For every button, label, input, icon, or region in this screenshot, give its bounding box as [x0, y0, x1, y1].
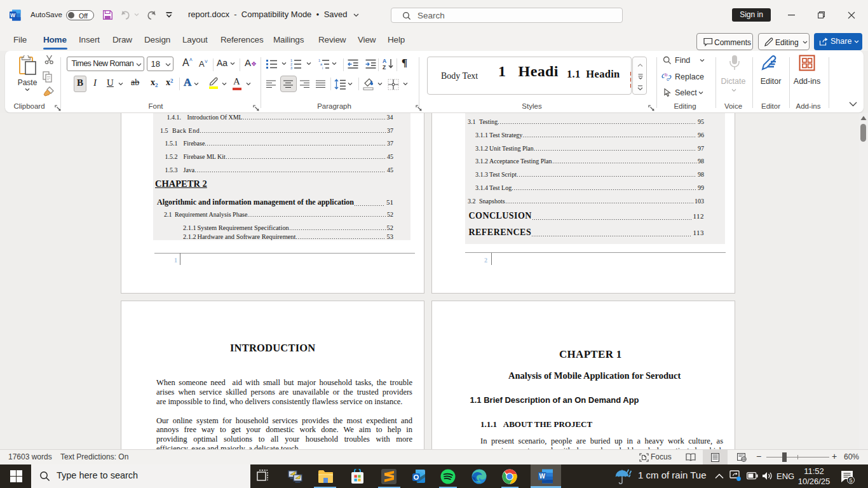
svg-text:A: A [383, 58, 386, 64]
svg-text:W: W [10, 12, 16, 18]
svg-text:3: 3 [290, 66, 292, 69]
svg-text:Z: Z [383, 64, 386, 70]
svg-text:W: W [539, 473, 545, 480]
svg-text:i: i [322, 66, 323, 69]
svg-text:5: 5 [849, 477, 852, 484]
svg-text:c: c [667, 76, 669, 81]
